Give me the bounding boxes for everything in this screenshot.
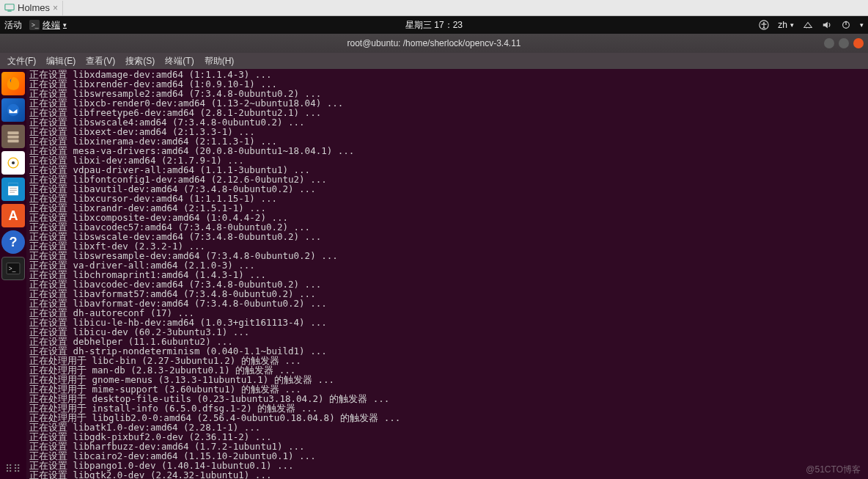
svg-rect-12 [7, 131, 18, 134]
launcher-help[interactable]: ? [1, 230, 25, 254]
host-tab-holmes[interactable]: Holmes × [0, 1, 63, 15]
window-close-button[interactable] [853, 38, 864, 48]
svg-point-6 [806, 27, 807, 29]
launcher-files[interactable] [1, 125, 25, 148]
question-icon: ? [10, 235, 18, 250]
network-icon[interactable] [803, 20, 813, 30]
launcher-libreoffice-writer[interactable] [1, 178, 25, 201]
monitor-icon [4, 3, 15, 13]
terminal-menu-bar: 文件(F) 编辑(E) 查看(V) 搜索(S) 终端(T) 帮助(H) [0, 53, 868, 69]
menu-help[interactable]: 帮助(H) [205, 55, 235, 67]
ubuntu-top-panel: 活动 >_ 终端 ▾ 星期三 17：23 zh ▾ ▾ [0, 16, 868, 34]
language-label: zh [778, 20, 787, 30]
close-icon[interactable]: × [53, 3, 58, 13]
svg-rect-0 [5, 4, 14, 10]
show-applications-icon[interactable]: ⠿⠿ [5, 463, 21, 475]
svg-rect-14 [7, 139, 18, 142]
panel-clock[interactable]: 星期三 17：23 [405, 19, 463, 32]
terminal-app-icon: >_ [29, 20, 40, 30]
window-minimize-button[interactable] [824, 38, 834, 48]
launcher-firefox[interactable] [1, 72, 25, 95]
chevron-down-icon: ▾ [860, 21, 864, 29]
svg-rect-19 [8, 183, 18, 186]
svg-point-5 [763, 22, 765, 23]
chevron-down-icon: ▾ [63, 21, 67, 29]
menu-terminal[interactable]: 终端(T) [165, 55, 194, 67]
host-tab-label: Holmes [18, 2, 50, 13]
svg-rect-1 [7, 10, 11, 11]
app-menu-label: 终端 [43, 19, 60, 32]
window-maximize-button[interactable] [839, 38, 849, 48]
svg-text:>_: >_ [32, 21, 39, 29]
launcher-thunderbird[interactable] [1, 98, 25, 122]
accessibility-icon[interactable] [759, 20, 769, 30]
app-menu[interactable]: >_ 终端 ▾ [29, 19, 67, 32]
window-title-bar: root@ubuntu: /home/sherlock/opencv-3.4.1… [0, 34, 868, 53]
menu-file[interactable]: 文件(F) [7, 55, 36, 67]
window-title-text: root@ubuntu: /home/sherlock/opencv-3.4.1… [347, 38, 521, 48]
shopping-bag-icon: A [9, 208, 18, 224]
svg-text:>_: >_ [9, 266, 16, 272]
terminal-output[interactable]: 正在设置 libxdamage-dev:amd64 (1:1.1.4-3) ..… [26, 69, 868, 479]
svg-point-7 [809, 27, 810, 29]
power-icon[interactable] [841, 20, 851, 30]
svg-rect-13 [7, 136, 18, 139]
language-indicator[interactable]: zh ▾ [778, 20, 794, 30]
menu-view[interactable]: 查看(V) [86, 55, 115, 67]
launcher-dock: A ? >_ ⠿⠿ [0, 69, 26, 479]
svg-point-11 [7, 104, 20, 117]
terminal-line: 正在设置 libgtk2.0-dev (2.24.32-1ubuntu1) ..… [29, 470, 865, 479]
chevron-down-icon: ▾ [790, 21, 794, 29]
menu-edit[interactable]: 编辑(E) [46, 55, 76, 67]
svg-point-17 [12, 161, 15, 164]
launcher-rhythmbox[interactable] [1, 151, 25, 175]
host-tab-bar: Holmes × [0, 0, 868, 16]
launcher-terminal[interactable]: >_ [1, 257, 25, 280]
volume-icon[interactable] [822, 20, 832, 30]
menu-search[interactable]: 搜索(S) [125, 55, 155, 67]
watermark-text: @51CTO博客 [806, 465, 861, 475]
launcher-ubuntu-software[interactable]: A [1, 204, 25, 227]
activities-button[interactable]: 活动 [4, 19, 22, 32]
